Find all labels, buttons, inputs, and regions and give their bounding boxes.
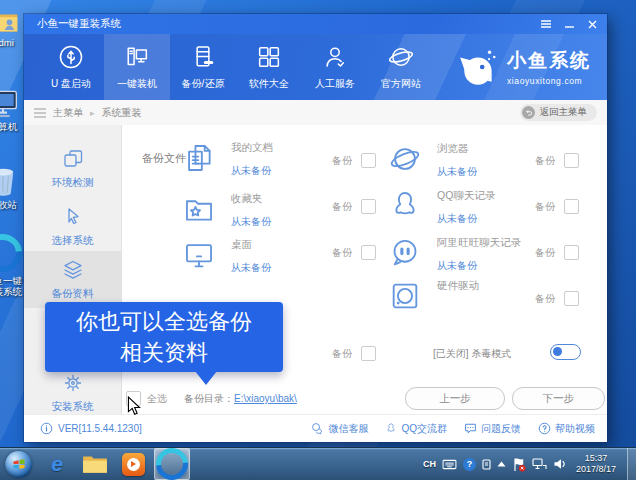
- language-indicator[interactable]: CH: [423, 459, 436, 469]
- sidebar-item-label: 选择系统: [52, 234, 94, 248]
- taskbar-media-player-button[interactable]: [116, 449, 150, 479]
- desktop-icon-label: Admi: [0, 37, 27, 48]
- wechat-icon: [311, 422, 324, 435]
- backup-row-wangwang-chat: 阿里旺旺聊天记录 从未备份: [388, 236, 521, 273]
- backup-checkbox-group: 备份: [535, 245, 579, 260]
- sidebar-item-env-check[interactable]: 环境检测: [24, 140, 121, 197]
- never-backed-up-link[interactable]: 从未备份: [231, 164, 273, 178]
- back-to-main-menu-button[interactable]: 返回主菜单: [520, 104, 598, 121]
- network-icon[interactable]: [532, 458, 547, 471]
- volume-icon[interactable]: [553, 458, 566, 470]
- status-links: 微信客服 QQ交流群 问题反馈 帮助视频: [311, 422, 595, 436]
- sidebar-item-backup-data[interactable]: 备份资料: [24, 251, 121, 308]
- keyboard-icon[interactable]: [442, 459, 457, 470]
- sidebar-item-install-system[interactable]: 安装系统: [24, 364, 121, 421]
- taskbar-clock[interactable]: 15:37 2017/8/17: [576, 453, 616, 475]
- backup-label: 备份: [535, 246, 555, 260]
- nav-item-label: 人工服务: [315, 77, 355, 91]
- backup-item-title: 浏览器: [437, 142, 477, 156]
- backup-checkbox-hardware-driver[interactable]: [564, 291, 579, 306]
- status-link-label: 帮助视频: [555, 422, 595, 436]
- start-button[interactable]: [5, 451, 32, 478]
- nav-item-label: 软件大全: [249, 77, 289, 91]
- backup-checkbox-hidden-item[interactable]: [361, 346, 376, 361]
- windows-stack-icon: [61, 147, 85, 171]
- window-menu-button[interactable]: [538, 17, 554, 31]
- system-tray: CH ?: [423, 448, 636, 480]
- layers-icon: [61, 258, 85, 282]
- minimize-icon: [565, 20, 574, 28]
- window-minimize-button[interactable]: [561, 17, 577, 31]
- media-player-icon: [122, 453, 145, 476]
- feedback-link[interactable]: 问题反馈: [464, 422, 521, 436]
- backup-checkbox-desktop[interactable]: [361, 245, 376, 260]
- brand-logo: 小鱼系统 xiaoyuxitong.com: [457, 34, 591, 100]
- support-person-icon: [321, 43, 349, 71]
- version-group: VER[11.5.44.1230]: [40, 422, 142, 435]
- nav-item-support[interactable]: 人工服务: [302, 34, 368, 100]
- backup-label: 备份: [332, 200, 352, 214]
- user-folder-icon: [0, 8, 19, 34]
- tray-help-icon[interactable]: ?: [463, 458, 476, 471]
- grid-icon: [255, 43, 283, 71]
- desktop-icon-label: 小鱼一键重装系统: [0, 275, 25, 297]
- action-center-flag-icon[interactable]: [512, 457, 526, 472]
- nav-item-official-site[interactable]: 官方网站: [368, 34, 434, 100]
- taskbar-xiaoyu-app-button[interactable]: [154, 448, 190, 480]
- nav-item-software[interactable]: 软件大全: [236, 34, 302, 100]
- hardware-drive-icon: [388, 279, 422, 313]
- backup-row-favorites: 收藏夹 从未备份: [182, 192, 271, 229]
- backup-checkbox-qq-chat[interactable]: [564, 199, 579, 214]
- tray-app-icon[interactable]: [482, 459, 491, 470]
- nav-item-usb-boot[interactable]: U 盘启动: [38, 34, 104, 100]
- backup-checkbox-my-documents[interactable]: [361, 153, 376, 168]
- select-all-label: 全选: [147, 392, 167, 406]
- backup-checkbox-group: 备份: [535, 199, 579, 214]
- backup-label: 备份: [332, 246, 352, 260]
- never-backed-up-link[interactable]: 从未备份: [231, 261, 271, 275]
- backup-checkbox-wangwang[interactable]: [564, 245, 579, 260]
- taskbar-explorer-button[interactable]: [78, 449, 112, 479]
- usb-icon: [57, 43, 85, 71]
- backup-checkbox-favorites[interactable]: [361, 199, 376, 214]
- backup-label: 备份: [332, 347, 352, 361]
- nav-item-one-click-install[interactable]: 一键装机: [104, 34, 170, 100]
- never-backed-up-link[interactable]: 从未备份: [437, 212, 495, 226]
- cursor-arrow-icon: [61, 205, 85, 229]
- show-desktop-button[interactable]: [627, 448, 636, 480]
- tooltip-line2: 相关资料: [120, 337, 208, 368]
- backup-row-browser: 浏览器 从未备份: [388, 142, 477, 179]
- never-backed-up-link[interactable]: 从未备份: [437, 165, 477, 179]
- antivirus-mode-label: [已关闭] 杀毒模式: [433, 347, 511, 361]
- window-close-button[interactable]: [584, 17, 600, 31]
- backup-item-title: 收藏夹: [231, 192, 271, 206]
- wechat-support-link[interactable]: 微信客服: [311, 422, 368, 436]
- backup-row-my-documents: 我的文档 从未备份: [182, 141, 273, 178]
- menu-lines-icon: [34, 108, 46, 118]
- hidden-icons-chevron[interactable]: [497, 461, 506, 467]
- backup-row-hardware-driver: 硬件驱动: [388, 279, 479, 313]
- desktop-icon-label: 计算机: [0, 121, 27, 132]
- backup-checkbox-browser[interactable]: [564, 153, 579, 168]
- backup-label: 备份: [535, 200, 555, 214]
- fish-icon: [457, 47, 499, 87]
- qq-group-link[interactable]: QQ交流群: [385, 422, 447, 436]
- nav-item-label: 备份/还原: [182, 77, 225, 91]
- computer-icon: [123, 43, 151, 71]
- antivirus-mode-toggle[interactable]: [550, 344, 581, 360]
- sidebar-item-choose-system[interactable]: 选择系统: [24, 198, 121, 255]
- breadcrumb-root[interactable]: 主菜单: [53, 106, 83, 120]
- nav-item-backup-restore[interactable]: 备份/还原: [170, 34, 236, 100]
- taskbar: e CH ?: [0, 447, 636, 480]
- backup-directory-link[interactable]: E:\xiaoyu\bak\: [234, 393, 297, 404]
- prev-step-button[interactable]: 上一步: [405, 387, 505, 410]
- backup-checkbox-group: 备份: [535, 153, 579, 168]
- help-video-link[interactable]: 帮助视频: [538, 422, 595, 436]
- never-backed-up-link[interactable]: 从未备份: [231, 215, 271, 229]
- globe-icon: [387, 43, 415, 71]
- taskbar-ie-button[interactable]: e: [40, 449, 74, 479]
- never-backed-up-link[interactable]: 从未备份: [437, 259, 521, 273]
- xiaoyu-app-icon: [149, 441, 194, 480]
- backup-item-title: 桌面: [231, 238, 271, 252]
- next-step-button[interactable]: 下一步: [512, 387, 605, 410]
